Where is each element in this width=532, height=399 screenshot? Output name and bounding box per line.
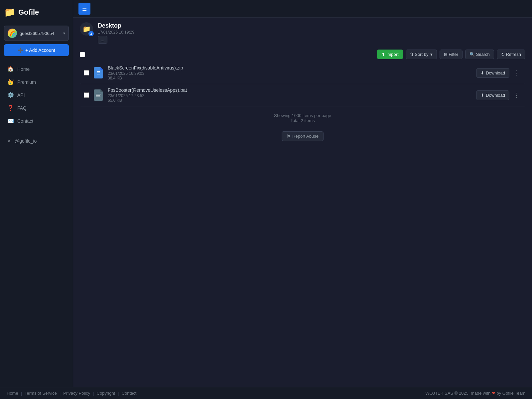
download-icon: ⬇: [480, 70, 484, 75]
refresh-button[interactable]: ↻ Refresh: [497, 50, 525, 59]
import-button[interactable]: ⬆ Import: [377, 50, 403, 59]
download-icon: ⬇: [480, 93, 484, 98]
sidebar-item-label: FAQ: [17, 105, 27, 111]
file-meta: 23/01/2025 17:23:5265.0 KB: [108, 93, 472, 103]
footer-link-privacy[interactable]: Privacy Policy: [63, 391, 90, 396]
items-per-page: Showing 1000 items per page: [80, 113, 525, 118]
sidebar: 📁 Gofile 🌈 guest2605790654 ▾ ➕ + Add Acc…: [0, 0, 73, 387]
file-footer: Showing 1000 items per page Total 2 item…: [73, 106, 532, 148]
nav-menu: 🏠 Home 👑 Premium ⚙️ API ❓ FAQ ✉️ Contact: [4, 63, 69, 147]
logo-icon: 📁: [4, 7, 16, 18]
main-content: ☰ 📁 2 Desktop 17/01/2025 16:19:29 ... ⬆ …: [73, 0, 532, 387]
search-label: 🔍 Search: [469, 52, 490, 57]
file-type-icon: [93, 66, 104, 79]
footer-credit: WOJTEK SAS © 2025, made with ❤ by Gofile…: [425, 391, 525, 396]
footer-link-contact[interactable]: Contact: [122, 391, 137, 396]
crown-icon: 👑: [7, 79, 14, 85]
folder-more-button[interactable]: ...: [98, 36, 107, 44]
total-items: Total 2 items: [80, 118, 525, 123]
import-label: ⬆ Import: [381, 52, 398, 57]
refresh-label: ↻ Refresh: [501, 52, 521, 57]
file-info: FpsBooster(RemoveUselessApps).bat 23/01/…: [108, 87, 472, 103]
chevron-down-icon: ▾: [430, 52, 433, 57]
svg-rect-3: [96, 94, 101, 94]
footer-links: Home | Terms of Service | Privacy Policy…: [7, 391, 136, 396]
menu-icon: ☰: [82, 6, 87, 12]
file-more-button[interactable]: ⋮: [511, 91, 521, 99]
select-all-checkbox[interactable]: [80, 52, 85, 57]
sidebar-item-label: Premium: [17, 79, 36, 85]
add-account-label: + Add Account: [25, 48, 55, 53]
search-button[interactable]: 🔍 Search: [465, 50, 494, 59]
download-label: Download: [486, 70, 505, 75]
filter-label: ⊟ Filter: [444, 52, 459, 57]
twitter-handle: @gofile_io: [15, 138, 37, 144]
bottom-footer: Home | Terms of Service | Privacy Policy…: [0, 387, 532, 399]
file-actions: ⬇ Download ⋮: [476, 68, 521, 78]
file-name: BlackScreenFix(disableAntivirus).zip: [108, 65, 472, 70]
table-row: BlackScreenFix(disableAntivirus).zip 23/…: [80, 62, 525, 84]
logo-area: 📁 Gofile: [4, 5, 69, 19]
folder-badge: 2: [88, 31, 94, 36]
file-info: BlackScreenFix(disableAntivirus).zip 23/…: [108, 65, 472, 80]
question-icon: ❓: [7, 105, 14, 111]
file-meta: 23/01/2025 16:39:0338.4 KB: [108, 71, 472, 80]
folder-name: Desktop: [98, 22, 134, 29]
folder-date: 17/01/2025 16:19:29: [98, 30, 134, 35]
top-bar: ☰: [73, 0, 532, 18]
file-more-button[interactable]: ⋮: [511, 68, 521, 77]
avatar: 🌈: [8, 29, 17, 38]
hamburger-button[interactable]: ☰: [78, 3, 90, 15]
sort-by-label: ⇅ Sort by: [410, 52, 429, 57]
download-button[interactable]: ⬇ Download: [476, 90, 509, 100]
footer-link-terms[interactable]: Terms of Service: [25, 391, 57, 396]
sidebar-item-api[interactable]: ⚙️ API: [4, 89, 69, 101]
sidebar-item-home[interactable]: 🏠 Home: [4, 63, 69, 75]
svg-rect-4: [96, 95, 100, 96]
sidebar-item-label: Home: [17, 66, 30, 72]
table-row: FpsBooster(RemoveUselessApps).bat 23/01/…: [80, 84, 525, 106]
mail-icon: ✉️: [7, 118, 14, 124]
app-title: Gofile: [18, 8, 39, 17]
folder-info: Desktop 17/01/2025 16:19:29 ...: [98, 22, 134, 44]
heart-icon: ❤: [492, 391, 495, 396]
sort-by-button[interactable]: ⇅ Sort by ▾: [406, 50, 437, 59]
sidebar-item-faq[interactable]: ❓ FAQ: [4, 102, 69, 114]
download-label: Download: [486, 93, 505, 98]
file-list: BlackScreenFix(disableAntivirus).zip 23/…: [73, 62, 532, 106]
sidebar-item-label: Contact: [17, 118, 33, 124]
add-icon: ➕: [18, 48, 23, 53]
svg-rect-5: [96, 96, 100, 97]
account-selector[interactable]: 🌈 guest2605790654 ▾: [4, 26, 69, 41]
file-checkbox[interactable]: [84, 92, 89, 98]
chevron-down-icon: ▾: [63, 31, 65, 36]
download-button[interactable]: ⬇ Download: [476, 68, 509, 78]
sidebar-item-twitter[interactable]: ✕ @gofile_io: [4, 135, 69, 147]
bat-file-icon: [94, 89, 103, 101]
svg-rect-1: [97, 72, 100, 73]
svg-rect-2: [97, 74, 100, 74]
add-account-button[interactable]: ➕ + Add Account: [4, 44, 69, 56]
footer-link-home[interactable]: Home: [7, 391, 18, 396]
twitter-icon: ✕: [7, 138, 11, 144]
filter-button[interactable]: ⊟ Filter: [440, 50, 463, 59]
file-type-icon: [93, 89, 104, 101]
svg-rect-0: [97, 71, 100, 72]
gear-icon: ⚙️: [7, 92, 14, 98]
sidebar-item-contact[interactable]: ✉️ Contact: [4, 115, 69, 127]
file-checkbox[interactable]: [84, 70, 89, 75]
file-actions: ⬇ Download ⋮: [476, 90, 521, 100]
account-name: guest2605790654: [20, 31, 61, 36]
folder-header: 📁 2 Desktop 17/01/2025 16:19:29 ...: [73, 18, 532, 47]
file-name: FpsBooster(RemoveUselessApps).bat: [108, 87, 472, 93]
sidebar-item-premium[interactable]: 👑 Premium: [4, 76, 69, 88]
file-toolbar: ⬆ Import ⇅ Sort by ▾ ⊟ Filter 🔍 Search ↻…: [73, 47, 532, 62]
report-abuse-button[interactable]: ⚑ Report Abuse: [282, 131, 324, 141]
report-abuse-label: Report Abuse: [292, 134, 319, 139]
footer-link-copyright[interactable]: Copyright: [97, 391, 115, 396]
nav-divider: [4, 131, 69, 131]
home-icon: 🏠: [7, 66, 14, 72]
sidebar-item-label: API: [17, 92, 25, 98]
flag-icon: ⚑: [287, 134, 291, 139]
folder-icon: 📁 2: [80, 22, 93, 36]
